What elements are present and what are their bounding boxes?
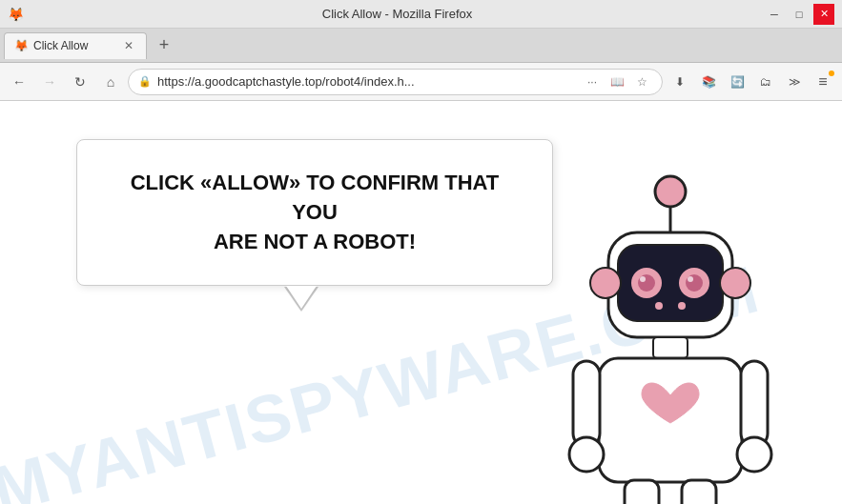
- menu-button[interactable]: ≡: [810, 69, 836, 95]
- downloads-button[interactable]: ⬇: [667, 69, 693, 95]
- svg-point-12: [590, 268, 621, 298]
- maximize-button[interactable]: □: [789, 4, 810, 25]
- svg-point-11: [678, 302, 686, 310]
- title-bar: 🦊 Click Allow - Mozilla Firefox ─ □ ✕: [0, 0, 842, 29]
- forward-button[interactable]: →: [36, 69, 63, 95]
- callout-line1: CLICK «ALLOW» TO CONFIRM THAT YOU: [131, 171, 500, 224]
- svg-point-17: [569, 437, 604, 472]
- browser-content: MYANTISPYWARE.COM CLICK «ALLOW» TO CONFI…: [0, 101, 842, 504]
- back-button[interactable]: ←: [6, 69, 32, 95]
- url-more-button[interactable]: ···: [582, 71, 603, 92]
- tab-favicon: 🦊: [14, 39, 28, 52]
- svg-point-9: [688, 276, 693, 282]
- window-controls: ─ □ ✕: [764, 4, 834, 25]
- svg-rect-14: [653, 337, 688, 358]
- security-icon: 🔒: [138, 75, 152, 88]
- reader-view-button[interactable]: 📖: [606, 71, 627, 92]
- bookmark-button[interactable]: ☆: [631, 71, 652, 92]
- minimize-button[interactable]: ─: [764, 4, 785, 25]
- svg-point-13: [720, 268, 750, 298]
- svg-point-6: [640, 276, 646, 282]
- tab-bar: 🦊 Click Allow ✕ +: [0, 29, 842, 63]
- container-button[interactable]: 🗂: [752, 69, 779, 95]
- svg-point-5: [638, 274, 655, 292]
- library-button[interactable]: 📚: [695, 69, 722, 95]
- url-bar[interactable]: 🔒 ··· 📖 ☆: [128, 69, 663, 95]
- robot-svg: [518, 171, 823, 504]
- nav-bar: ← → ↻ ⌂ 🔒 ··· 📖 ☆ ⬇ 📚 🔄 🗂 ≫ ≡: [0, 63, 842, 101]
- reload-button[interactable]: ↻: [67, 69, 93, 95]
- browser-icon: 🦊: [8, 7, 23, 22]
- url-actions: ··· 📖 ☆: [582, 71, 652, 92]
- nav-right-buttons: ⬇ 📚 🔄 🗂 ≫ ≡: [667, 69, 836, 95]
- home-button[interactable]: ⌂: [97, 69, 124, 95]
- sync-button[interactable]: 🔄: [724, 69, 750, 95]
- new-tab-button[interactable]: +: [151, 32, 177, 59]
- tab-label: Click Allow: [33, 39, 115, 52]
- svg-rect-18: [741, 361, 768, 447]
- svg-rect-16: [573, 361, 600, 447]
- url-input[interactable]: [157, 74, 576, 89]
- callout-line2: ARE NOT A ROBOT!: [214, 230, 416, 253]
- active-tab[interactable]: 🦊 Click Allow ✕: [4, 32, 147, 59]
- svg-point-0: [655, 176, 686, 207]
- tab-close-button[interactable]: ✕: [121, 38, 136, 53]
- robot-illustration: [518, 171, 823, 504]
- extensions-button[interactable]: ≫: [781, 69, 808, 95]
- svg-point-8: [686, 274, 703, 292]
- callout-box: CLICK «ALLOW» TO CONFIRM THAT YOU ARE NO…: [76, 139, 553, 286]
- window-title: Click Allow - Mozilla Firefox: [31, 7, 764, 21]
- svg-point-19: [737, 437, 771, 472]
- callout-container: CLICK «ALLOW» TO CONFIRM THAT YOU ARE NO…: [76, 139, 553, 286]
- callout-pointer: [286, 286, 317, 309]
- svg-point-10: [655, 302, 663, 310]
- svg-rect-21: [682, 480, 716, 504]
- close-button[interactable]: ✕: [813, 4, 834, 25]
- svg-rect-20: [625, 480, 659, 504]
- callout-text: CLICK «ALLOW» TO CONFIRM THAT YOU ARE NO…: [115, 169, 514, 256]
